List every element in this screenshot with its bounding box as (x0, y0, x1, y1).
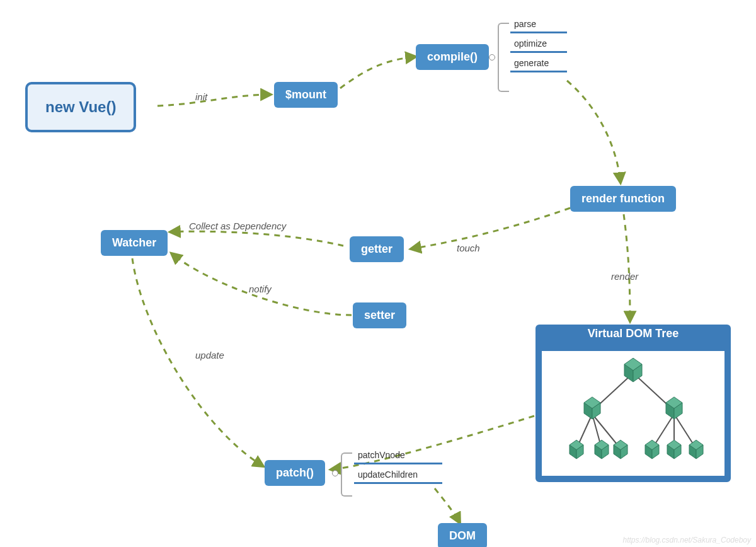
edge-label-notify: notify (249, 284, 272, 294)
patch-anno-patchvnode: patchVnode (354, 449, 442, 464)
compile-anno-generate: generate (510, 57, 567, 72)
patch-bracket (341, 452, 352, 497)
node-getter: getter (350, 236, 404, 262)
label-mount: $mount (285, 88, 326, 101)
edge-label-render: render (611, 271, 638, 282)
virtual-dom-tree-box: Virtual DOM Tree (536, 325, 731, 482)
node-setter: setter (353, 302, 406, 328)
node-render-function: render function (570, 186, 676, 212)
virtual-dom-tree-title: Virtual DOM Tree (542, 327, 724, 340)
virtual-dom-tree-illustration (542, 351, 724, 476)
edge-label-touch: touch (457, 243, 480, 253)
compile-annotations: parse optimize generate (510, 18, 567, 72)
compile-anno-parse: parse (510, 18, 567, 33)
label-patch: patch() (276, 466, 314, 480)
node-dom: DOM (438, 523, 487, 547)
node-compile: compile() (416, 44, 489, 70)
compile-connector-dot (489, 54, 495, 60)
label-render-function: render function (581, 192, 665, 205)
edge-label-init: init (195, 91, 207, 102)
node-patch: patch() (265, 460, 325, 486)
patch-annotations: patchVnode updateChildren (354, 449, 442, 484)
node-new-vue: new Vue() (25, 82, 136, 132)
node-watcher: Watcher (101, 230, 168, 256)
label-getter: getter (361, 243, 392, 256)
patch-anno-updatechildren: updateChildren (354, 468, 442, 484)
compile-bracket (498, 23, 509, 92)
label-watcher: Watcher (112, 236, 156, 250)
label-setter: setter (364, 309, 395, 322)
edge-label-update: update (195, 350, 224, 360)
edge-label-collect: Collect as Dependency (189, 221, 286, 231)
compile-anno-optimize: optimize (510, 37, 567, 53)
node-mount: $mount (274, 82, 338, 108)
label-dom: DOM (449, 529, 476, 543)
patch-connector-dot (332, 470, 338, 476)
label-compile: compile() (427, 50, 478, 64)
watermark-text: https://blog.csdn.net/Sakura_Codeboy (623, 536, 751, 544)
label-new-vue: new Vue() (45, 98, 116, 116)
